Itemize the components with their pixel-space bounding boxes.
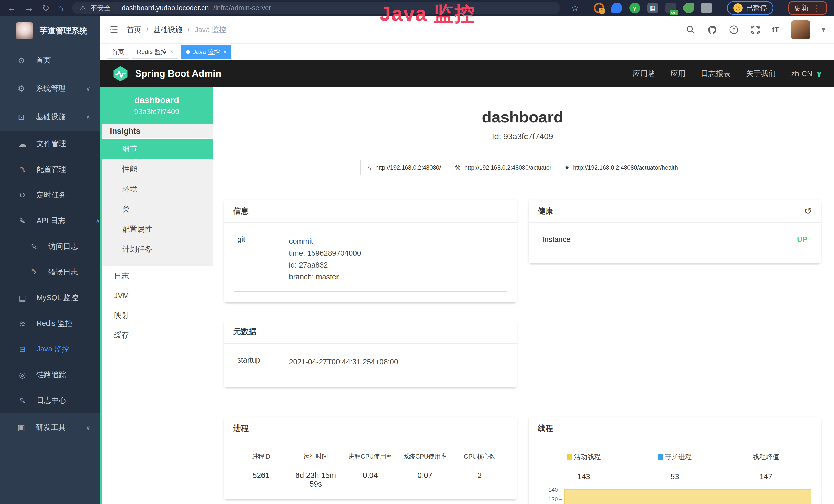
- sba-sidebar-menu: Insights 细节 性能 环境 类 配置属性 计划任务 日志 JVM 映射 …: [100, 124, 213, 504]
- extension-icon[interactable]: ▦: [647, 3, 658, 13]
- sidebar-item-access-log[interactable]: ✎ 访问日志: [0, 234, 100, 259]
- sidebar-item-error-log[interactable]: ✎ 错误日志: [0, 259, 100, 285]
- metadata-card: 元数据 startup 2021-04-27T00:44:31.254+08:0…: [224, 320, 517, 387]
- fullscreen-icon[interactable]: [750, 25, 760, 35]
- chevron-down-icon: ∨: [86, 424, 90, 431]
- extension-icon[interactable]: ≡on: [665, 3, 676, 13]
- user-avatar[interactable]: [791, 20, 810, 39]
- sba-nav-about[interactable]: 关于我们: [746, 69, 776, 79]
- sba-item-environment[interactable]: 环境: [102, 179, 213, 199]
- actuator-url-button[interactable]: ⚒ http://192.168.0.2:48080/actuator: [448, 160, 558, 175]
- breadcrumb-home[interactable]: 首页: [127, 25, 141, 35]
- sidebar-item-redis-monitor[interactable]: ≋ Redis 监控: [0, 311, 100, 336]
- screen: ← → ↻ ⌂ ⚠ 不安全 | dashboard.yudao.iocoder.…: [0, 0, 834, 504]
- sba-nav-journal[interactable]: 日志报表: [701, 69, 730, 79]
- sba-nav-wall[interactable]: 应用墙: [633, 69, 655, 79]
- sidebar-item-trace[interactable]: ◎ 链路追踪: [0, 362, 100, 388]
- breadcrumb-infra[interactable]: 基础设施: [154, 25, 182, 35]
- forward-icon[interactable]: →: [25, 4, 34, 12]
- sidebar-item-label: 链路追踪: [37, 370, 66, 380]
- sidebar-item-file-manage[interactable]: ☁ 文件管理: [0, 131, 100, 157]
- sba-item-classes[interactable]: 类: [102, 199, 213, 219]
- extension-row: 1 y ▦ ≡on: [594, 3, 712, 13]
- tab-redis-monitor[interactable]: Redis 监控 ×: [132, 45, 178, 59]
- app-title: 芋道管理系统: [40, 25, 87, 36]
- close-icon[interactable]: ×: [223, 48, 226, 55]
- sidebar-menu: ⊙ 首页 ⚙ 系统管理 ∨ ⊡ 基础设施 ∧ ☁ 文件管理: [0, 46, 100, 442]
- process-col-label: 进程ID: [234, 452, 288, 461]
- sidebar-item-infra[interactable]: ⊡ 基础设施 ∧: [0, 103, 100, 131]
- user-caret-icon[interactable]: ▾: [822, 26, 825, 33]
- sba-item-details[interactable]: 细节: [100, 139, 213, 159]
- sba-item-caches[interactable]: 缓存: [102, 325, 213, 345]
- url-divider: |: [115, 4, 117, 12]
- sba-item-scheduled-tasks[interactable]: 计划任务: [102, 239, 213, 259]
- sba-item-logging[interactable]: 日志: [102, 266, 213, 286]
- tab-home[interactable]: 首页: [107, 45, 129, 59]
- tab-label: Redis 监控: [137, 48, 167, 56]
- chevron-up-icon: ∧: [86, 113, 90, 121]
- tab-java-monitor[interactable]: Java 监控 ×: [181, 45, 232, 59]
- github-icon[interactable]: [707, 25, 717, 35]
- sba-locale-value: zh-CN: [791, 70, 812, 78]
- extension-icon[interactable]: y: [629, 3, 640, 13]
- sba-item-mappings[interactable]: 映射: [102, 305, 213, 325]
- sidebar-item-label: 访问日志: [48, 241, 78, 252]
- info-card-title: 信息: [233, 206, 249, 216]
- process-card-title: 进程: [233, 423, 249, 434]
- extension-icon[interactable]: [611, 3, 622, 13]
- close-icon[interactable]: ×: [170, 48, 173, 55]
- legend-value: 147: [721, 472, 812, 481]
- sidebar-item-mysql-monitor[interactable]: ▤ MySQL 监控: [0, 285, 100, 311]
- sba-brand[interactable]: Spring Boot Admin: [112, 65, 221, 82]
- sidebar-item-log-center[interactable]: ✎ 日志中心: [0, 388, 100, 413]
- svg-text:?: ?: [732, 27, 735, 32]
- sba-item-jvm[interactable]: JVM: [102, 286, 213, 305]
- sidebar-item-scheduled-job[interactable]: ↺ 定时任务: [0, 182, 100, 208]
- bookmark-star-icon[interactable]: ☆: [571, 3, 579, 13]
- sidebar-item-java-monitor[interactable]: ⊟ Java 监控: [0, 336, 100, 362]
- back-icon[interactable]: ←: [7, 4, 16, 12]
- address-bar[interactable]: ⚠ 不安全 | dashboard.yudao.iocoder.cn/infra…: [72, 2, 560, 14]
- sba-item-metrics[interactable]: 性能: [102, 159, 213, 179]
- health-url-button[interactable]: ♥ http://192.168.0.2:48080/actuator/heal…: [558, 160, 685, 175]
- extension-puzzle-icon[interactable]: [701, 3, 712, 13]
- service-url-button[interactable]: ⌂ http://192.168.0.2:48080/: [360, 160, 448, 175]
- divider: [539, 252, 812, 252]
- sba-item-config-props[interactable]: 配置属性: [102, 219, 213, 239]
- extension-icon[interactable]: 1: [594, 3, 604, 13]
- search-icon[interactable]: [686, 25, 696, 35]
- sba-instance-header[interactable]: dashboard 93a3fc7f7409: [100, 87, 213, 124]
- metadata-key: startup: [234, 356, 289, 368]
- layers-icon: ≋: [17, 319, 28, 328]
- reload-icon[interactable]: ↻: [42, 4, 49, 12]
- process-col-value: 2: [452, 471, 507, 480]
- extension-icon[interactable]: [683, 3, 694, 13]
- legend-swatch-daemon: [658, 455, 663, 460]
- sba-brand-title: Spring Boot Admin: [135, 68, 221, 79]
- sidebar-item-dev-tools[interactable]: ▣ 研发工具 ∨: [0, 413, 100, 442]
- sidebar-item-label: Java 监控: [37, 344, 69, 354]
- sba-nav-applications[interactable]: 应用: [671, 69, 685, 79]
- sba-locale-select[interactable]: zh-CN ∨: [791, 69, 822, 78]
- dashboard-icon: ⊙: [16, 56, 27, 65]
- health-history-icon[interactable]: ↺: [804, 206, 812, 216]
- legend-swatch-live: [567, 455, 572, 460]
- not-secure-label[interactable]: 不安全: [90, 4, 110, 13]
- legend-value: 143: [539, 472, 630, 481]
- sidebar-item-home[interactable]: ⊙ 首页: [0, 46, 100, 74]
- sidebar-item-api-log[interactable]: ✎ API 日志 ∧: [0, 208, 100, 234]
- sidebar-item-config-manage[interactable]: ✎ 配置管理: [0, 157, 100, 182]
- sidebar-item-system[interactable]: ⚙ 系统管理 ∨: [0, 74, 100, 103]
- topbar-actions: ? tT ▾: [686, 20, 825, 39]
- browser-update-button[interactable]: 更新 ⋮: [788, 1, 827, 15]
- sba-logo-icon: [112, 65, 129, 82]
- profile-paused-chip[interactable]: ☺ 已暂停: [727, 1, 773, 15]
- help-icon[interactable]: ?: [729, 25, 739, 35]
- home-icon[interactable]: ⌂: [58, 4, 64, 12]
- screen-icon: ⊟: [17, 345, 28, 354]
- hamburger-icon[interactable]: [109, 25, 119, 35]
- font-size-icon[interactable]: tT: [772, 25, 779, 34]
- paused-label: 已暂停: [746, 3, 767, 13]
- browser-menu-icon[interactable]: ⋮: [813, 3, 821, 13]
